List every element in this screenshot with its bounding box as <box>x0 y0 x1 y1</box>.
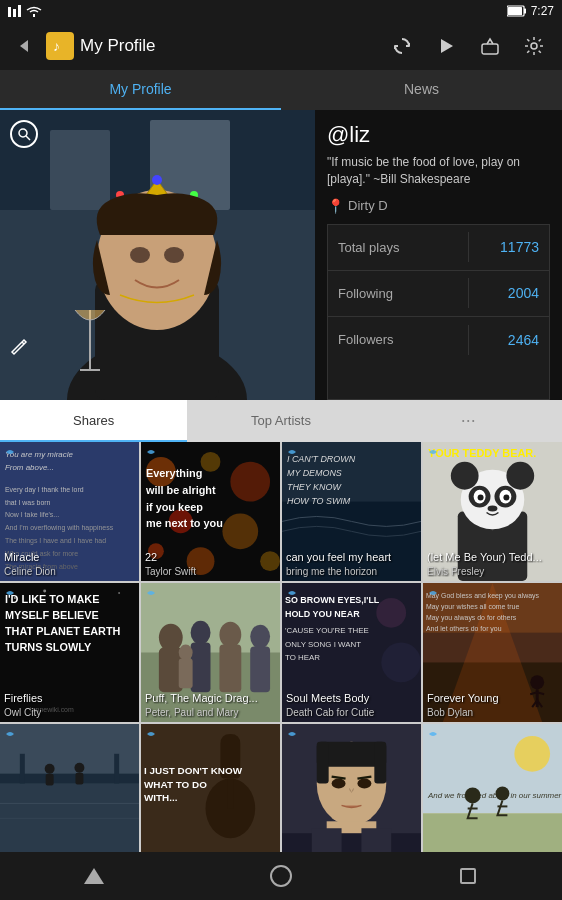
share-icon <box>286 446 300 460</box>
song-thumbnail-10: I JUST DON'T KNOW WHAT TO DO WITH... <box>141 724 280 863</box>
song-title: 22 <box>145 551 276 563</box>
nav-bar <box>0 852 562 900</box>
stats-table: Total plays 11773 Following 2004 Followe… <box>327 224 550 400</box>
svg-text:And let others do for you: And let others do for you <box>426 625 502 633</box>
svg-point-117 <box>74 763 84 773</box>
action-bar: ♪ My Profile <box>0 22 562 70</box>
svg-text:Everything: Everything <box>146 467 202 479</box>
svg-point-115 <box>45 764 55 774</box>
tab-my-profile[interactable]: My Profile <box>0 70 281 110</box>
stat-label-followers: Followers <box>328 332 468 347</box>
svg-text:May God bless and keep you alw: May God bless and keep you always <box>426 592 540 600</box>
list-item[interactable]: May God bless and keep you always May yo… <box>423 583 562 722</box>
svg-marker-8 <box>441 39 453 53</box>
svg-point-65 <box>478 495 484 501</box>
list-item[interactable]: Puff, The Magic Drag... Peter, Paul and … <box>141 583 280 722</box>
edit-icon[interactable] <box>10 338 28 360</box>
section-tab-more[interactable]: ··· <box>375 400 562 442</box>
profile-info: @liz "If music be the food of love, play… <box>315 110 562 400</box>
stat-row-plays: Total plays 11773 <box>328 225 549 271</box>
svg-text:if you keep: if you keep <box>146 501 203 513</box>
song-title: Forever Young <box>427 692 558 704</box>
song-thumbnail-11 <box>282 724 421 863</box>
svg-text:May your wishes all come true: May your wishes all come true <box>426 603 519 611</box>
list-item[interactable] <box>0 724 139 863</box>
svg-point-67 <box>488 506 498 512</box>
song-artist: Death Cab for Cutie <box>286 707 417 718</box>
svg-point-84 <box>191 621 211 645</box>
nav-home-button[interactable] <box>241 856 321 896</box>
list-item[interactable]: And we frolicked about in our summer sho… <box>423 724 562 863</box>
svg-text:I'D LIKE TO MAKE: I'D LIKE TO MAKE <box>5 593 100 605</box>
time-display: 7:27 <box>531 4 554 18</box>
svg-point-131 <box>332 779 346 789</box>
search-icon[interactable] <box>10 120 38 148</box>
svg-point-132 <box>357 779 371 789</box>
list-item[interactable]: YOUR TEDDY BEAR. (let Me Be Your) Tedd..… <box>423 442 562 581</box>
nav-back-button[interactable] <box>54 856 134 896</box>
refresh-button[interactable] <box>382 26 422 66</box>
list-item[interactable]: SO BROWN EYES,I'LL HOLD YOU NEAR 'CAUSE … <box>282 583 421 722</box>
wifi-icon <box>26 5 42 17</box>
svg-text:will be alright: will be alright <box>145 484 216 496</box>
play-button[interactable] <box>426 26 466 66</box>
svg-point-66 <box>503 495 509 501</box>
profile-section: @liz "If music be the food of love, play… <box>0 110 562 400</box>
song-title: can you feel my heart <box>286 551 417 563</box>
nav-recent-button[interactable] <box>428 856 508 896</box>
svg-text:And I'm overflowing with happi: And I'm overflowing with happiness <box>5 524 114 532</box>
svg-line-25 <box>26 136 30 140</box>
profile-photo-svg <box>0 110 315 400</box>
list-item[interactable] <box>282 724 421 863</box>
song-artist: Owl City <box>4 707 135 718</box>
svg-point-98 <box>376 598 406 628</box>
svg-text:From above...: From above... <box>5 463 54 472</box>
section-tab-shares[interactable]: Shares <box>0 400 187 442</box>
profile-image <box>0 110 315 400</box>
share-icon <box>427 728 441 742</box>
svg-point-40 <box>230 462 270 502</box>
svg-rect-111 <box>20 754 25 784</box>
list-item[interactable]: I CAN'T DROWN MY DEMONS THEY KNOW HOW TO… <box>282 442 421 581</box>
section-tab-top-artists[interactable]: Top Artists <box>187 400 374 442</box>
svg-text:The things I have and I have h: The things I have and I have had <box>5 537 106 545</box>
svg-rect-121 <box>227 779 233 809</box>
svg-rect-13 <box>50 130 110 210</box>
svg-rect-1 <box>13 9 16 17</box>
svg-text:Now I take life's...: Now I take life's... <box>5 511 59 518</box>
svg-point-88 <box>250 625 270 649</box>
svg-text:me next to you: me next to you <box>146 517 223 529</box>
song-artist: Celine Dion <box>4 566 135 577</box>
status-bar: 7:27 <box>0 0 562 22</box>
location-row: 📍 Dirty D <box>327 198 550 214</box>
svg-rect-118 <box>75 773 83 785</box>
svg-rect-4 <box>524 9 526 14</box>
location-pin-icon: 📍 <box>327 198 344 214</box>
stat-label-plays: Total plays <box>328 240 468 255</box>
list-item[interactable]: You are my miracle From above... Every d… <box>0 442 139 581</box>
svg-text:'CAUSE YOU'RE THEE: 'CAUSE YOU'RE THEE <box>285 626 369 635</box>
svg-point-42 <box>222 513 258 549</box>
svg-text:TO HEAR: TO HEAR <box>285 653 320 662</box>
back-button[interactable] <box>8 30 40 62</box>
svg-point-143 <box>495 787 509 801</box>
svg-text:WITH...: WITH... <box>144 792 178 803</box>
section-tabs: Shares Top Artists ··· <box>0 400 562 442</box>
svg-text:May you always do for others: May you always do for others <box>426 614 517 622</box>
tab-news[interactable]: News <box>281 70 562 110</box>
stat-row-following: Following 2004 <box>328 271 549 317</box>
list-item[interactable]: I JUST DON'T KNOW WHAT TO DO WITH... <box>141 724 280 863</box>
song-artist: Elvis Presley <box>427 566 558 577</box>
svg-text:THEY KNOW: THEY KNOW <box>287 482 342 492</box>
share-button[interactable] <box>470 26 510 66</box>
action-bar-icons <box>382 26 554 66</box>
svg-point-19 <box>152 175 162 185</box>
share-icon <box>4 446 18 460</box>
list-item[interactable]: I'D LIKE TO MAKE MYSELF BELIEVE THAT PLA… <box>0 583 139 722</box>
song-artist: Taylor Swift <box>145 566 276 577</box>
svg-text:HOW TO SWIM: HOW TO SWIM <box>287 496 351 506</box>
list-item[interactable]: Everything will be alright if you keep m… <box>141 442 280 581</box>
stat-value-following: 2004 <box>469 285 549 301</box>
settings-button[interactable] <box>514 26 554 66</box>
stat-row-followers: Followers 2464 <box>328 317 549 363</box>
